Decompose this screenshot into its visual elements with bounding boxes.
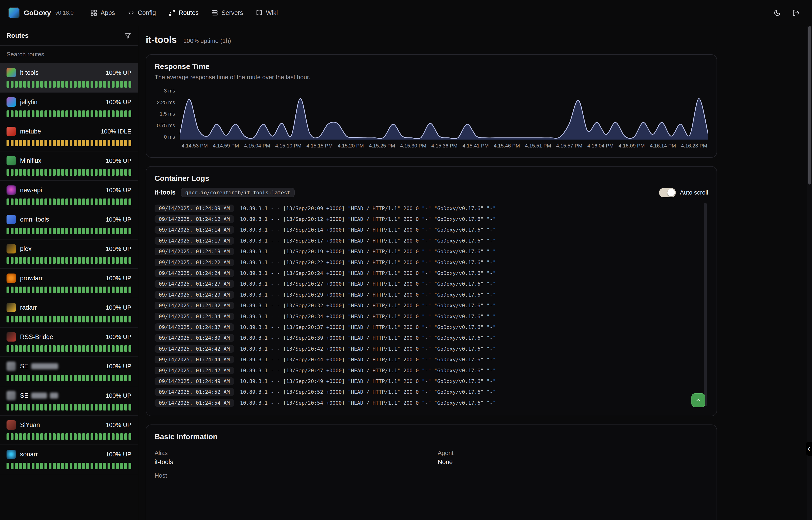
logout-icon: [792, 9, 800, 17]
logs-route-name: it-tools: [155, 189, 175, 196]
primary-nav: Apps Config Routes Servers Wiki: [90, 9, 278, 17]
container-image-badge: ghcr.io/corentinth/it-tools:latest: [181, 188, 295, 197]
nav-item-config[interactable]: Config: [128, 9, 156, 17]
log-message: 10.89.3.1 - - [13/Sep/20:14 +0000] "HEAD…: [240, 227, 496, 233]
nav-item-wiki[interactable]: Wiki: [256, 9, 278, 17]
logs-scrollbar[interactable]: [704, 203, 707, 406]
route-status-badge: 100% UP: [106, 451, 131, 458]
log-row: 09/14/2025, 01:24:32 AM 10.89.3.1 - - [1…: [155, 300, 698, 311]
route-icon: [6, 97, 16, 107]
log-row: 09/14/2025, 01:24:37 AM 10.89.3.1 - - [1…: [155, 322, 698, 333]
route-icon: [6, 303, 16, 312]
uptime-summary: 100% uptime (1h): [183, 37, 231, 45]
route-name: metube: [20, 128, 41, 135]
route-name: new-api: [20, 187, 42, 194]
nav-item-servers[interactable]: Servers: [211, 9, 243, 17]
route-icon: [6, 156, 16, 165]
route-list-item[interactable]: Miniflux 100% UP: [0, 151, 138, 181]
log-row: 09/14/2025, 01:24:49 AM 10.89.3.1 - - [1…: [155, 376, 698, 387]
route-name: SE: [20, 363, 58, 370]
info-field-grid: Aliasit-toolsAgentNoneHost: [155, 449, 708, 489]
log-timestamp: 09/14/2025, 01:24:47 AM: [155, 367, 234, 374]
route-list-item[interactable]: SiYuan 100% UP: [0, 416, 138, 445]
log-row: 09/14/2025, 01:24:24 AM 10.89.3.1 - - [1…: [155, 268, 698, 279]
page-scrollbar-thumb[interactable]: [808, 26, 811, 184]
moon-icon: [773, 9, 781, 17]
route-list-item[interactable]: it-tools 100% UP: [0, 63, 138, 93]
log-list[interactable]: 09/14/2025, 01:24:09 AM 10.89.3.1 - - [1…: [155, 203, 708, 408]
log-message: 10.89.3.1 - - [13/Sep/20:37 +0000] "HEAD…: [240, 324, 496, 330]
route-list-item[interactable]: omni-tools 100% UP: [0, 210, 138, 239]
log-timestamp: 09/14/2025, 01:24:27 AM: [155, 280, 234, 288]
log-row: 09/14/2025, 01:24:42 AM 10.89.3.1 - - [1…: [155, 343, 698, 354]
route-name: it-tools: [20, 69, 39, 76]
info-field: Aliasit-tools: [155, 449, 438, 466]
nav-item-apps[interactable]: Apps: [90, 9, 115, 17]
route-list-item[interactable]: radarr 100% UP: [0, 298, 138, 328]
info-field-label: Agent: [438, 449, 708, 457]
log-row: 09/14/2025, 01:24:39 AM 10.89.3.1 - - [1…: [155, 333, 698, 343]
chart-x-axis: 4:14:53 PM4:14:59 PM4:15:04 PM4:15:10 PM…: [181, 143, 707, 149]
log-row: 09/14/2025, 01:24:19 AM 10.89.3.1 - - [1…: [155, 246, 698, 257]
route-name: SiYuan: [20, 421, 40, 429]
route-list-item[interactable]: RSS-Bridge 100% UP: [0, 328, 138, 357]
log-timestamp: 09/14/2025, 01:24:12 AM: [155, 215, 234, 223]
brand[interactable]: GoDoxy v0.18.0: [8, 7, 74, 19]
route-list-item[interactable]: sonarr 100% UP: [0, 445, 138, 474]
route-status-badge: 100% UP: [106, 187, 131, 194]
route-list-item[interactable]: SE 100% UP: [0, 386, 138, 416]
log-message: 10.89.3.1 - - [13/Sep/20:17 +0000] "HEAD…: [240, 238, 496, 244]
route-icon: [6, 420, 16, 430]
route-status-badge: 100% UP: [106, 304, 131, 311]
route-list-item[interactable]: new-api 100% UP: [0, 181, 138, 210]
log-row: 09/14/2025, 01:24:47 AM 10.89.3.1 - - [1…: [155, 365, 698, 376]
route-uptime-bars: [6, 81, 131, 87]
route-status-badge: 100% UP: [106, 245, 131, 253]
route-uptime-bars: [6, 345, 131, 352]
auto-scroll-toggle[interactable]: [659, 188, 676, 197]
collapse-panel-handle[interactable]: ❮: [806, 442, 812, 456]
container-logs-card: Container Logs it-tools ghcr.io/corentin…: [146, 166, 717, 416]
log-row: 09/14/2025, 01:24:27 AM 10.89.3.1 - - [1…: [155, 279, 698, 289]
route-icon: [6, 244, 16, 254]
filter-routes-button[interactable]: [124, 32, 131, 39]
route-icon: [6, 68, 16, 77]
route-list-item[interactable]: metube 100% IDLE: [0, 122, 138, 151]
route-uptime-bars: [6, 316, 131, 322]
route-list-item[interactable]: SE 100% UP: [0, 357, 138, 386]
top-navbar: GoDoxy v0.18.0 Apps Config Routes Server…: [0, 0, 812, 26]
log-timestamp: 09/14/2025, 01:24:42 AM: [155, 345, 234, 353]
logout-button[interactable]: [792, 9, 800, 17]
route-uptime-bars: [6, 374, 131, 381]
chart-y-axis: 3 ms2.25 ms1.5 ms0.75 ms0 ms: [155, 88, 180, 139]
search-routes-input[interactable]: [0, 46, 138, 63]
page-title: it-tools: [146, 34, 177, 45]
log-timestamp: 09/14/2025, 01:24:34 AM: [155, 313, 234, 320]
route-icon: [6, 332, 16, 341]
log-timestamp: 09/14/2025, 01:24:44 AM: [155, 356, 234, 363]
route-list-item[interactable]: plex 100% UP: [0, 239, 138, 269]
route-list-item[interactable]: jellyfin 100% UP: [0, 93, 138, 122]
log-row: 09/14/2025, 01:24:54 AM 10.89.3.1 - - [1…: [155, 397, 698, 408]
nav-item-routes[interactable]: Routes: [169, 9, 199, 17]
nav-label: Routes: [179, 9, 199, 17]
log-row: 09/14/2025, 01:24:34 AM 10.89.3.1 - - [1…: [155, 311, 698, 322]
log-row: 09/14/2025, 01:24:22 AM 10.89.3.1 - - [1…: [155, 257, 698, 268]
code-icon: [128, 9, 135, 16]
info-field-value: [155, 481, 438, 489]
log-row: 09/14/2025, 01:24:52 AM 10.89.3.1 - - [1…: [155, 387, 698, 397]
chart-plot-area: [180, 88, 708, 139]
scroll-to-top-button[interactable]: [692, 393, 705, 407]
route-name: radarr: [20, 304, 37, 311]
log-message: 10.89.3.1 - - [13/Sep/20:39 +0000] "HEAD…: [240, 335, 496, 341]
route-list-item[interactable]: prowlarr 100% UP: [0, 269, 138, 298]
route-uptime-bars: [6, 287, 131, 293]
log-message: 10.89.3.1 - - [13/Sep/20:22 +0000] "HEAD…: [240, 260, 496, 265]
route-status-badge: 100% UP: [106, 99, 131, 106]
response-time-card: Response Time The average response time …: [146, 54, 717, 158]
route-uptime-bars: [6, 404, 131, 411]
route-name: prowlarr: [20, 275, 43, 282]
route-icon: [169, 9, 175, 16]
log-message: 10.89.3.1 - - [13/Sep/20:29 +0000] "HEAD…: [240, 292, 496, 298]
theme-toggle-button[interactable]: [773, 9, 781, 17]
